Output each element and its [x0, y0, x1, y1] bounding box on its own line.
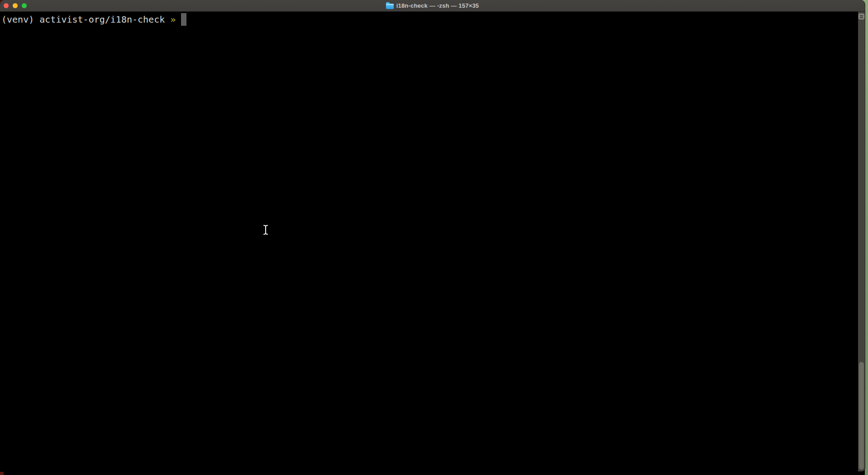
prompt-path: (venv) activist-org/i18n-check: [1, 14, 170, 25]
scrollbar-track[interactable]: [858, 12, 865, 471]
window-title-group: i18n-check — -zsh — 157×35: [386, 2, 479, 9]
close-button[interactable]: [4, 3, 9, 8]
window-title: i18n-check — -zsh — 157×35: [396, 2, 479, 9]
terminal-window: i18n-check — -zsh — 157×35 (venv) activi…: [0, 0, 865, 471]
zoom-button[interactable]: [22, 3, 27, 8]
split-pane-icon: [860, 15, 863, 16]
prompt-line: (venv) activist-org/i18n-check »: [1, 13, 186, 26]
folder-icon: [386, 4, 394, 9]
split-pane-icon: [860, 17, 863, 18]
desktop-wallpaper-strip: [865, 0, 868, 475]
prompt-symbol: »: [170, 14, 176, 25]
titlebar[interactable]: i18n-check — -zsh — 157×35: [0, 0, 865, 12]
split-pane-button[interactable]: [858, 14, 864, 19]
scrollbar-thumb[interactable]: [859, 362, 864, 470]
traffic-lights: [4, 0, 27, 11]
terminal-cursor: [181, 13, 186, 26]
ibeam-cursor-icon: [262, 224, 269, 235]
terminal-content[interactable]: (venv) activist-org/i18n-check »: [0, 12, 858, 471]
minimize-button[interactable]: [13, 3, 18, 8]
screen: { "window": { "titlebar": { "title": "i1…: [0, 0, 868, 475]
desktop-wallpaper-corner-bottom-left: [0, 472, 4, 475]
